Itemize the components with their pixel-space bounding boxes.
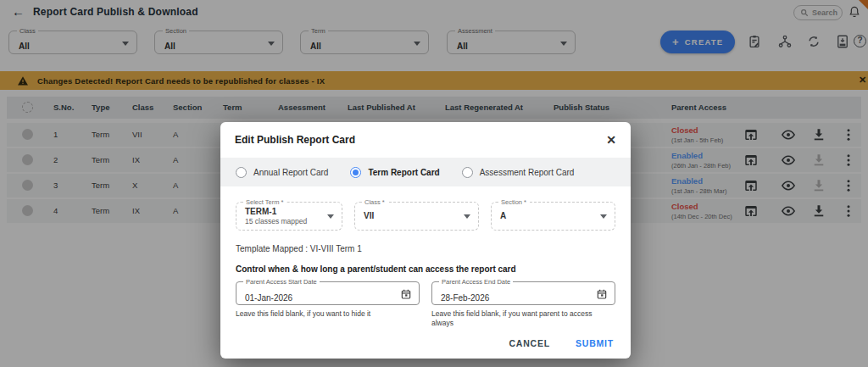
- radio-icon: [236, 167, 247, 178]
- chevron-down-icon: [600, 214, 607, 219]
- start-date-value: 01-Jan-2026: [245, 293, 292, 303]
- parent-access-end-date-field[interactable]: Parent Access End Date 28-Feb-2026: [431, 281, 615, 305]
- modal-title: Edit Publish Report Card: [235, 134, 355, 146]
- cancel-button[interactable]: CANCEL: [509, 338, 550, 348]
- calendar-icon[interactable]: [596, 288, 608, 300]
- select-term-dropdown[interactable]: Select Term * TERM-1 15 classes mapped: [236, 202, 342, 231]
- section-dropdown[interactable]: Section * A: [491, 202, 615, 231]
- start-date-helper: Leave this field blank, if you want to h…: [236, 309, 418, 319]
- radio-icon: [462, 167, 473, 178]
- submit-button[interactable]: SUBMIT: [576, 338, 614, 348]
- end-date-helper: Leave this field blank, if you want pare…: [431, 309, 614, 328]
- radio-label: Term Report Card: [368, 168, 439, 177]
- section-label: Section *: [498, 198, 529, 206]
- radio-icon: [350, 167, 361, 178]
- report-type-radio-group: Annual Report Card Term Report Card Asse…: [220, 158, 631, 186]
- chevron-down-icon: [327, 214, 334, 219]
- radio-assessment-report-card[interactable]: Assessment Report Card: [462, 167, 575, 178]
- radio-label: Annual Report Card: [253, 168, 328, 177]
- parent-access-start-date-field[interactable]: Parent Access Start Date 01-Jan-2026: [236, 281, 420, 305]
- end-date-label: Parent Access End Date: [439, 278, 513, 286]
- select-term-subtext: 15 classes mapped: [245, 217, 321, 225]
- section-value: A: [500, 211, 594, 220]
- calendar-icon[interactable]: [400, 288, 412, 300]
- radio-label: Assessment Report Card: [480, 168, 575, 177]
- class-dropdown[interactable]: Class * VII: [354, 202, 479, 231]
- radio-annual-report-card[interactable]: Annual Report Card: [236, 167, 328, 178]
- chevron-down-icon: [464, 214, 470, 219]
- control-access-heading: Control when & how long a parent/student…: [236, 264, 615, 274]
- radio-term-report-card[interactable]: Term Report Card: [350, 167, 439, 178]
- end-date-value: 28-Feb-2026: [441, 293, 489, 303]
- modal-close-icon[interactable]: ✕: [606, 134, 616, 146]
- class-label: Class *: [362, 198, 387, 206]
- select-term-label: Select Term *: [243, 198, 286, 206]
- start-date-label: Parent Access Start Date: [243, 278, 320, 286]
- template-mapped-text: Template Mapped : VI-VIII Term 1: [236, 244, 615, 253]
- edit-publish-modal: Edit Publish Report Card ✕ Annual Report…: [220, 122, 631, 359]
- select-term-value: TERM-1: [245, 207, 321, 216]
- class-value: VII: [364, 211, 458, 220]
